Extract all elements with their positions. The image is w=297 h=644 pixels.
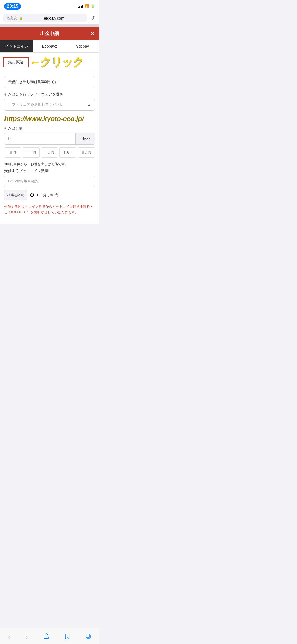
timer-icon: ⏱ — [30, 192, 35, 198]
quick-amount-1000[interactable]: 一千円 — [23, 147, 40, 158]
btc-input: BitCoin相場を確認 — [4, 176, 95, 187]
chevron-up-icon: ▲ — [88, 103, 91, 107]
tab-bitcoin[interactable]: ビットコイン — [0, 40, 33, 52]
address-bar: あああ 🔒 eldoah.com ↺ — [0, 12, 99, 25]
main-content: 最低引き出し額は5,000円です 引き出しを行うソフトウェアを選択 ソフトウェア… — [0, 72, 99, 224]
info-box: 最低引き出し額は5,000円です — [4, 76, 95, 88]
wifi-icon: 📶 — [84, 4, 89, 8]
quick-amount-10000[interactable]: 一万円 — [41, 147, 58, 158]
info-text: 最低引き出し額は5,000円です — [8, 80, 58, 84]
check-rate-button[interactable]: 相場を確認 — [4, 190, 27, 200]
modal-header: 出金申請 ✕ — [0, 27, 99, 40]
quick-amount-1000000[interactable]: 百万円 — [78, 147, 95, 158]
url-bar[interactable]: あああ 🔒 eldoah.com — [3, 14, 87, 22]
arrow-annotation: ←クリック — [30, 55, 83, 70]
software-select-placeholder: ソフトウェアを選択してください — [8, 102, 64, 107]
arrow-click-label: ←クリック — [30, 55, 83, 70]
status-icons: 📶 🔋 — [78, 4, 95, 8]
btc-section-label: 受信するビットコイン数量 — [4, 169, 95, 173]
sub-tabs: 銀行振込 ←クリック — [0, 53, 99, 72]
quick-amount-buttons: 百円 一千円 一万円 十万円 百万円 — [4, 147, 95, 158]
btc-placeholder: BitCoin相場を確認 — [8, 179, 39, 183]
tab-ecopayz[interactable]: Ecopayz — [33, 40, 66, 52]
amount-label: 引き出し額 — [4, 126, 95, 131]
modal-title: 出金申請 — [40, 30, 59, 37]
quick-amount-100[interactable]: 百円 — [4, 147, 21, 158]
sub-tab-bank[interactable]: 銀行振込 — [3, 57, 29, 67]
warning-text: 受信するビットコイン数量からビットコイン転送手数料として0.0001 BTC を… — [4, 204, 95, 215]
status-bar: 20:15 📶 🔋 — [0, 0, 99, 12]
check-rate-row: 相場を確認 ⏱ 05 分 , 00 秒 — [4, 190, 95, 200]
amount-input[interactable] — [4, 133, 75, 144]
status-time: 20:15 — [4, 3, 21, 10]
quick-amount-100000[interactable]: 十万円 — [59, 147, 76, 158]
modal-close-button[interactable]: ✕ — [90, 30, 95, 37]
clear-button[interactable]: Clear — [75, 133, 95, 144]
refresh-button[interactable]: ↺ — [89, 14, 96, 22]
payment-tabs: ビットコイン Ecopayz Sticpay — [0, 40, 99, 53]
tab-sticpay[interactable]: Sticpay — [66, 40, 99, 52]
note-text: 100円単位から、お引き出しは可能です。 — [4, 162, 95, 167]
prev-page-hint — [0, 25, 99, 27]
timer-text: 05 分 , 00 秒 — [37, 193, 59, 198]
watermark-url: https://www.kyoto-eco.jp/ — [4, 115, 95, 123]
software-select-dropdown[interactable]: ソフトウェアを選択してください ▲ — [4, 99, 95, 111]
battery-icon: 🔋 — [91, 4, 95, 8]
amount-input-row: Clear — [4, 133, 95, 145]
lock-icon: 🔒 — [19, 16, 23, 20]
text-size-label: あああ — [6, 16, 17, 20]
url-text: eldoah.com — [24, 16, 84, 20]
software-select-label: 引き出しを行うソフトウェアを選択 — [4, 92, 95, 97]
signal-icon — [78, 5, 83, 8]
